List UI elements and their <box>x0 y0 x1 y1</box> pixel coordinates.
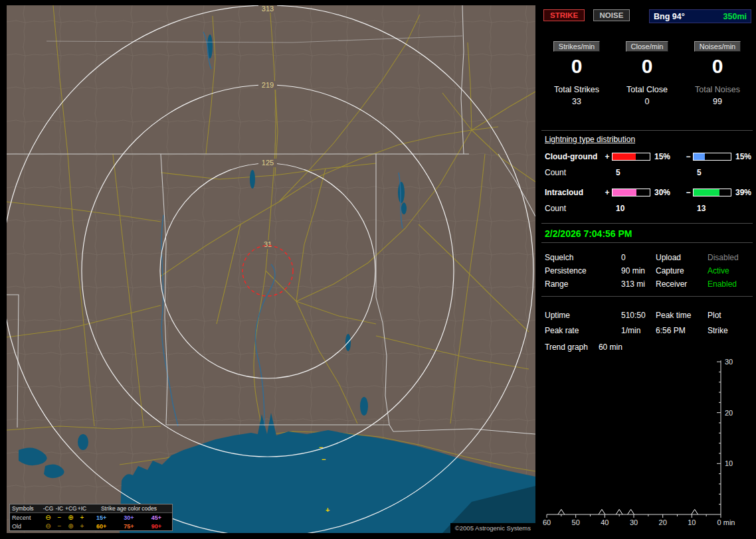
strikes-counter: Strikes/min 0 Total Strikes 33 <box>541 41 612 106</box>
map-legend: Symbols -CG -IC +CG +IC Strike age color… <box>9 504 173 531</box>
legend-row-old: Old ⊖ − ⊕ + 60+ 75+ 90+ <box>10 522 172 530</box>
ic-negative-bar <box>693 189 731 196</box>
cg-negative-count: 5 <box>693 168 733 177</box>
total-close-value: 0 <box>612 97 682 106</box>
cg-positive-percent: 15% <box>652 152 684 161</box>
distribution-title: Lightning type distribution <box>545 135 753 144</box>
noise-button[interactable]: NOISE <box>593 9 630 21</box>
trend-chart-svg: 1020306050403020100 min <box>541 358 753 536</box>
uptime-value: 510:50 <box>621 311 656 320</box>
svg-text:30: 30 <box>725 358 733 366</box>
close-counter: Close/min 0 Total Close 0 <box>612 41 682 106</box>
legend-col-neg-cg: -CG <box>43 505 54 512</box>
stats-section: Uptime 510:50 Peak time Plot Peak rate 1… <box>541 303 753 352</box>
intracloud-row: Intracloud + 30% − 39% <box>541 188 753 197</box>
cg-negative-percent: 15% <box>733 152 756 161</box>
ic-positive-bar-fill <box>613 189 636 196</box>
cg-negative-bar-fill <box>694 153 705 160</box>
pos-ic-icon: + <box>76 514 88 521</box>
neg-ic-icon: − <box>54 514 65 521</box>
legend-col-pos-cg: +CG <box>65 505 76 512</box>
svg-text:20: 20 <box>659 518 667 526</box>
svg-text:30: 30 <box>630 518 638 526</box>
rate-counters: Strikes/min 0 Total Strikes 33 Close/min… <box>541 41 753 106</box>
age-code: 60+ <box>96 523 106 530</box>
neg-cg-icon: ⊖ <box>43 514 54 521</box>
age-code: 30+ <box>124 514 134 521</box>
control-panel: STRIKE NOISE Bng 94° 350mi Strikes/min 0… <box>541 0 753 539</box>
neg-cg-icon: ⊖ <box>43 522 54 530</box>
close-per-min-button[interactable]: Close/min <box>626 41 669 52</box>
lightning-distribution: Lightning type distribution Cloud-ground… <box>541 130 753 213</box>
total-noises-label: Total Noises <box>682 85 753 94</box>
strike-button[interactable]: STRIKE <box>543 9 585 21</box>
ic-positive-percent: 30% <box>652 188 684 197</box>
close-per-min-value: 0 <box>612 56 682 77</box>
noises-per-min-value: 0 <box>682 56 753 77</box>
receiver-label: Receiver <box>656 279 708 289</box>
peak-rate-value: 1/min <box>621 326 656 335</box>
range-ring-label: 219 <box>262 81 274 89</box>
squelch-label: Squelch <box>545 253 621 262</box>
capture-value: Active <box>708 266 753 275</box>
ic-positive-count: 10 <box>612 204 652 213</box>
range-ring-label: 313 <box>262 5 274 13</box>
age-code: 90+ <box>151 523 161 530</box>
age-code: 45+ <box>151 514 161 521</box>
legend-recent-label: Recent <box>12 514 43 521</box>
pos-ic-icon: + <box>76 522 88 530</box>
plot-label: Plot <box>708 311 753 320</box>
cg-positive-count: 5 <box>612 168 652 177</box>
strike-symbol: − <box>322 455 326 463</box>
noises-per-min-button[interactable]: Noises/min <box>694 41 741 52</box>
status-row: Range 313 mi Receiver Enabled <box>541 277 753 291</box>
upload-value: Disabled <box>708 253 753 262</box>
peak-rate-label: Peak rate <box>545 326 621 335</box>
copyright-label: ©2005 Astrogenic Systems <box>450 523 535 533</box>
svg-text:10: 10 <box>725 459 733 467</box>
ic-negative-bar-fill <box>694 189 719 196</box>
count-label: Count <box>541 168 603 177</box>
legend-row-recent: Recent ⊖ − ⊕ + 15+ 30+ 45+ <box>10 513 172 522</box>
minus-sign: − <box>684 152 693 161</box>
svg-text:60: 60 <box>543 518 551 526</box>
age-code: 75+ <box>124 523 134 530</box>
minus-sign: − <box>684 188 693 197</box>
strike-symbol: + <box>326 506 330 514</box>
svg-text:10: 10 <box>688 518 696 526</box>
cloud-ground-row: Cloud-ground + 15% − 15% <box>541 152 753 161</box>
legend-col-pos-ic: +IC <box>76 505 88 512</box>
total-noises-value: 99 <box>682 97 753 106</box>
count-label: Count <box>541 204 603 213</box>
trend-graph-row: Trend graph 60 min <box>541 343 753 352</box>
legend-symbols-header: Symbols <box>12 505 43 512</box>
range-badge: 350mi <box>723 12 747 21</box>
peak-time-value: 6:56 PM <box>656 326 708 335</box>
cloud-ground-count-row: Count 5 5 <box>541 168 753 177</box>
cg-positive-bar-fill <box>613 153 636 160</box>
uptime-label: Uptime <box>545 311 621 320</box>
ic-negative-count: 13 <box>693 204 733 213</box>
range-label: Range <box>545 279 621 289</box>
total-strikes-value: 33 <box>541 97 612 106</box>
strikes-per-min-button[interactable]: Strikes/min <box>553 41 600 52</box>
pos-cg-icon: ⊕ <box>65 514 76 521</box>
bearing-range-box: Bng 94° 350mi <box>649 9 751 23</box>
cg-negative-bar <box>693 153 731 161</box>
lightning-map[interactable]: 313 219 125 31 − − + Symbols -CG -IC +CG… <box>7 5 535 533</box>
ic-positive-bar <box>612 189 650 196</box>
stats-row: Peak rate 1/min 6:56 PM Strike <box>541 323 753 338</box>
bearing-value: Bng 94° <box>654 12 685 21</box>
trend-graph-duration[interactable]: 60 min <box>599 343 622 352</box>
legend-header: Symbols -CG -IC +CG +IC Strike age color… <box>10 504 172 513</box>
legend-col-neg-ic: -IC <box>54 505 65 512</box>
svg-text:0 min: 0 min <box>717 518 735 526</box>
receiver-value: Enabled <box>708 279 753 289</box>
datetime-display: 2/2/2026 7:04:56 PM <box>541 223 753 243</box>
strike-symbol: − <box>319 443 323 451</box>
svg-text:20: 20 <box>725 409 733 417</box>
mode-toolbar: STRIKE NOISE Bng 94° 350mi <box>543 9 753 24</box>
peak-time-label: Peak time <box>656 311 708 320</box>
range-value: 313 mi <box>621 279 656 289</box>
cg-positive-bar <box>612 153 650 161</box>
